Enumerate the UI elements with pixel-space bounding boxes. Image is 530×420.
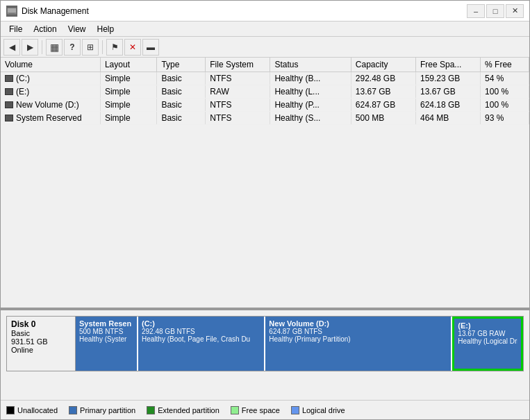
cell-percentFree: 100 % <box>481 98 529 111</box>
col-type[interactable]: Type <box>157 58 206 72</box>
cell-type: Basic <box>157 72 206 85</box>
volume-panel: Volume Layout Type File System Status Ca… <box>1 58 529 310</box>
legend-box-unallocated <box>6 406 15 414</box>
legend-label-logical: Logical drive <box>302 406 345 414</box>
toolbar: ◀ ▶ ▦ ? ⊞ ⚑ ✕ ▬ <box>1 37 529 58</box>
close-button[interactable]: ✕ <box>506 4 524 18</box>
col-freespace[interactable]: Free Spa... <box>415 58 480 72</box>
col-status[interactable]: Status <box>270 58 351 72</box>
view-properties-button[interactable]: ▦ <box>46 39 63 56</box>
cell-volume: System Reserved <box>1 111 100 124</box>
flag-button[interactable]: ⚑ <box>106 39 123 56</box>
table-row[interactable]: New Volume (D:)SimpleBasicNTFSHealthy (P… <box>1 98 529 111</box>
help-button[interactable]: ? <box>64 39 81 56</box>
partition-detail1: 292.48 GB NTFS <box>142 328 260 335</box>
cell-fileSystem: NTFS <box>206 72 270 85</box>
partition-c-drive[interactable]: (C:) 292.48 GB NTFS Healthy (Boot, Page … <box>138 317 265 371</box>
table-row[interactable]: (E:)SimpleBasicRAWHealthy (L...13.67 GB1… <box>1 85 529 98</box>
legend-unallocated: Unallocated <box>6 406 58 414</box>
disk-size: 931.51 GB <box>11 337 71 346</box>
cell-capacity: 292.48 GB <box>351 72 415 85</box>
disk-volume-icon <box>5 115 13 121</box>
cell-freeSpace: 13.67 GB <box>415 85 480 98</box>
legend-primary: Primary partition <box>69 406 135 414</box>
cell-volume: New Volume (D:) <box>1 98 100 111</box>
col-volume[interactable]: Volume <box>1 58 100 72</box>
status-bar: Unallocated Primary partition Extended p… <box>1 400 529 419</box>
legend-box-logical <box>291 406 299 414</box>
partition-detail2: Healthy (Syster <box>79 335 133 343</box>
partition-e-drive[interactable]: (E:) 13.67 GB RAW Healthy (Logical Drive… <box>452 317 523 371</box>
cell-capacity: 13.67 GB <box>351 85 415 98</box>
extra-button[interactable]: ▬ <box>142 39 159 56</box>
rescan-button[interactable]: ⊞ <box>82 39 99 56</box>
partition-name: (C:) <box>142 319 260 328</box>
back-button[interactable]: ◀ <box>3 39 20 56</box>
cell-freeSpace: 159.23 GB <box>415 72 480 85</box>
menu-help[interactable]: Help <box>92 23 120 35</box>
cell-layout: Simple <box>100 98 156 111</box>
col-percentfree[interactable]: % Free <box>481 58 529 72</box>
partition-name: (E:) <box>458 321 517 330</box>
minimize-button[interactable]: – <box>467 4 485 18</box>
disk-type: Basic <box>11 329 71 337</box>
disk-status: Online <box>11 346 71 354</box>
partition-name: New Volume (D:) <box>269 319 447 328</box>
window-title: Disk Management <box>22 6 467 16</box>
table-row[interactable]: (C:)SimpleBasicNTFSHealthy (B...292.48 G… <box>1 72 529 85</box>
svg-rect-1 <box>8 8 16 12</box>
partition-detail1: 13.67 GB RAW <box>458 330 517 337</box>
delete-button[interactable]: ✕ <box>124 39 141 56</box>
forward-button[interactable]: ▶ <box>22 39 38 56</box>
cell-percentFree: 100 % <box>481 85 529 98</box>
legend-box-free <box>231 406 239 414</box>
legend-label-free: Free space <box>242 406 280 414</box>
partition-detail2: Healthy (Logical Drive) <box>458 337 517 345</box>
disk-row-0: Disk 0 Basic 931.51 GB Online System Res… <box>6 316 524 371</box>
partition-detail2: Healthy (Primary Partition) <box>269 335 447 343</box>
menu-view[interactable]: View <box>63 23 92 35</box>
col-capacity[interactable]: Capacity <box>351 58 415 72</box>
cell-capacity: 624.87 GB <box>351 98 415 111</box>
cell-fileSystem: NTFS <box>206 98 270 111</box>
col-layout[interactable]: Layout <box>100 58 156 72</box>
window-controls: – □ ✕ <box>467 4 524 18</box>
partition-detail1: 624.87 GB NTFS <box>269 328 447 335</box>
cell-status: Healthy (P... <box>270 98 351 111</box>
cell-fileSystem: RAW <box>206 85 270 98</box>
disk-management-window: Disk Management – □ ✕ File Action View H… <box>0 0 530 420</box>
table-row[interactable]: System ReservedSimpleBasicNTFSHealthy (S… <box>1 111 529 124</box>
volume-table: Volume Layout Type File System Status Ca… <box>1 58 529 125</box>
main-content: Volume Layout Type File System Status Ca… <box>1 58 529 419</box>
disk-volume-icon <box>5 75 13 82</box>
disk-label: Disk 0 Basic 931.51 GB Online <box>6 316 76 371</box>
menu-action[interactable]: Action <box>28 23 62 35</box>
partition-d-drive[interactable]: New Volume (D:) 624.87 GB NTFS Healthy (… <box>265 317 452 371</box>
maximize-button[interactable]: □ <box>486 4 504 18</box>
legend-free: Free space <box>231 406 280 414</box>
cell-freeSpace: 624.18 GB <box>415 98 480 111</box>
legend-label-unallocated: Unallocated <box>17 406 58 414</box>
menu-file[interactable]: File <box>3 23 28 35</box>
cell-volume: (C:) <box>1 72 100 85</box>
cell-status: Healthy (B... <box>270 72 351 85</box>
cell-percentFree: 54 % <box>481 72 529 85</box>
cell-volume: (E:) <box>1 85 100 98</box>
cell-fileSystem: NTFS <box>206 111 270 124</box>
partition-name: System Resen <box>79 319 133 328</box>
legend-logical: Logical drive <box>291 406 345 414</box>
disk-panel: Disk 0 Basic 931.51 GB Online System Res… <box>1 310 529 400</box>
disk-partitions: System Resen 500 MB NTFS Healthy (Syster… <box>76 316 524 371</box>
cell-percentFree: 93 % <box>481 111 529 124</box>
title-bar: Disk Management – □ ✕ <box>1 1 529 22</box>
cell-capacity: 500 MB <box>351 111 415 124</box>
cell-layout: Simple <box>100 111 156 124</box>
partition-system-reserved[interactable]: System Resen 500 MB NTFS Healthy (Syster <box>76 317 138 371</box>
toolbar-separator-2 <box>102 40 103 54</box>
cell-type: Basic <box>157 85 206 98</box>
col-filesystem[interactable]: File System <box>206 58 270 72</box>
disk-name: Disk 0 <box>11 319 71 329</box>
legend-label-extended: Extended partition <box>158 406 220 414</box>
legend-extended: Extended partition <box>147 406 220 414</box>
cell-layout: Simple <box>100 72 156 85</box>
